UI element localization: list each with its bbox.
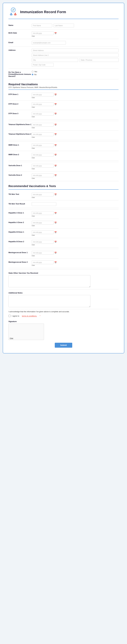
tb-skin-test-input[interactable]: [32, 193, 54, 196]
hep-b-dose1-input[interactable]: [32, 230, 54, 234]
mening-dose2-hint: Date: [32, 264, 119, 266]
mening-dose2-label: Meningococcal Dose 2: [8, 260, 32, 263]
hep-b-dose1-row: Hepatitis B Dose 1 📅 Date: [8, 228, 119, 238]
tetanus-dose1-content: 📅 Date: [32, 123, 119, 128]
calendar-icon[interactable]: 📅: [54, 32, 57, 34]
hep-a-dose1-input[interactable]: [32, 211, 54, 215]
varicella-dose2-calendar-icon[interactable]: 📅: [54, 174, 57, 176]
hep-b-dose2-hint: Date: [32, 244, 119, 246]
mmr-dose2-calendar-icon[interactable]: 📅: [54, 154, 57, 156]
dtp-dose2-input[interactable]: [32, 102, 54, 106]
hep-a-dose2-calendar-icon[interactable]: 📅: [54, 222, 57, 224]
dtp-dose1-calendar-icon[interactable]: 📅: [54, 94, 57, 96]
separator-3: [8, 160, 119, 162]
mening-dose2-content: 📅 Date: [32, 260, 119, 266]
tetanus-dose2-calendar-icon[interactable]: 📅: [54, 133, 57, 136]
terms-row: I agree to terms & conditions. *: [8, 314, 119, 318]
zip-input[interactable]: [32, 63, 54, 67]
separator-1: [8, 120, 119, 121]
name-label: Name: [8, 24, 32, 26]
varicella-dose2-input[interactable]: [32, 174, 54, 177]
signature-section: Signature Clear: [8, 320, 119, 340]
mening-dose1-input[interactable]: [32, 251, 54, 254]
mmr-dose1-row: MMR Dose 1 📅 Date: [8, 142, 119, 151]
address-field-row: Address: [8, 47, 119, 69]
required-vaccinations-title: Required Vaccinations: [8, 83, 119, 86]
required-vaccinations-subtitle: DTP: Diphtheria Tetanus Pertussis, MMR: …: [8, 86, 119, 88]
other-vaccines-row: State Other Vaccines You Received: [8, 270, 119, 289]
tb-skin-test-calendar-icon[interactable]: 📅: [54, 194, 57, 196]
dtp-dose1-row: DTP Dose 1 📅 Date: [8, 91, 119, 100]
mmr-dose1-calendar-icon[interactable]: 📅: [54, 144, 57, 146]
terms-required: *: [40, 315, 40, 317]
dtp-dose2-hint: Date: [32, 106, 119, 108]
email-label: Email: [8, 41, 32, 44]
immune-record-yes-option[interactable]: Yes: [32, 70, 119, 73]
email-input[interactable]: [32, 41, 66, 44]
hep-b-dose2-row: Hepatitis B Dose 2 📅 Date: [8, 238, 119, 248]
mening-dose1-content: 📅 Date: [32, 251, 119, 256]
dtp-dose1-input[interactable]: [32, 93, 54, 96]
first-name-input[interactable]: [32, 24, 52, 27]
hep-a-dose1-calendar-icon[interactable]: 📅: [54, 212, 57, 214]
tetanus-dose1-calendar-icon[interactable]: 📅: [54, 124, 57, 126]
dtp-dose3-label: DTP Dose 3: [8, 112, 32, 114]
terms-text: I agree to: [12, 315, 19, 317]
street2-input[interactable]: [32, 53, 119, 57]
acknowledge-text: I acknowledge that the information I've …: [8, 309, 119, 314]
hep-a-dose2-row: Hepatitis A Dose 2 📅 Date: [8, 219, 119, 228]
tb-skin-test-result-input[interactable]: [32, 202, 56, 206]
dtp-dose3-content: 📅 Date: [32, 112, 119, 118]
dtp-dose2-calendar-icon[interactable]: 📅: [54, 103, 57, 105]
last-name-input[interactable]: [54, 24, 74, 27]
immune-record-no-radio[interactable]: [32, 74, 33, 76]
address-content: [32, 48, 119, 67]
tb-skin-test-hint: Date: [32, 196, 119, 198]
hep-b-dose2-calendar-icon[interactable]: 📅: [54, 241, 57, 243]
additional-notes-label: Additional Notes: [8, 291, 119, 294]
varicella-dose1-calendar-icon[interactable]: 📅: [54, 165, 57, 167]
mmr-dose1-input[interactable]: [32, 144, 54, 147]
varicella-dose1-hint: Date: [32, 168, 119, 170]
mmr-dose2-input[interactable]: [32, 153, 54, 157]
mmr-dose2-label: MMR Dose 2: [8, 153, 32, 156]
birth-date-input[interactable]: [32, 31, 54, 35]
dtp-dose1-label: DTP Dose 1: [8, 93, 32, 95]
submit-button[interactable]: Submit: [55, 343, 72, 348]
signature-canvas-area[interactable]: Clear: [8, 324, 44, 340]
mening-dose2-calendar-icon[interactable]: 📅: [54, 261, 57, 264]
hep-a-dose1-hint: Date: [32, 215, 119, 217]
terms-checkbox[interactable]: [8, 315, 11, 317]
street1-input[interactable]: [32, 48, 119, 52]
mening-dose1-calendar-icon[interactable]: 📅: [54, 252, 57, 254]
mening-dose2-input[interactable]: [32, 260, 54, 264]
varicella-dose1-input[interactable]: [32, 164, 54, 168]
mening-dose1-row: Meningococcal Dose 1 📅 Date: [8, 249, 119, 258]
hep-b-dose1-calendar-icon[interactable]: 📅: [54, 231, 57, 234]
birth-date-field-row: Birth Date 📅 Date: [8, 30, 119, 39]
dtp-dose3-input[interactable]: [32, 112, 54, 116]
tetanus-dose2-input[interactable]: [32, 132, 54, 136]
tetanus-dose1-input[interactable]: [32, 123, 54, 126]
hep-a-dose2-input[interactable]: [32, 221, 54, 224]
immune-record-yes-radio[interactable]: [32, 71, 33, 72]
other-vaccines-textarea[interactable]: [8, 275, 90, 287]
immune-record-no-option[interactable]: No: [32, 74, 119, 76]
hep-a-dose1-label: Hepatitis A Dose 1: [8, 211, 32, 214]
other-vaccines-label: State Other Vaccines You Received: [8, 272, 119, 274]
birth-date-label: Birth Date: [8, 31, 32, 34]
dtp-dose3-calendar-icon[interactable]: 📅: [54, 113, 57, 115]
tetanus-dose2-row: Tetanus/ Diphtheria Dose 2 📅 Date: [8, 130, 119, 140]
hep-a-dose1-row: Hepatitis A Dose 1 📅 Date: [8, 209, 119, 219]
terms-link[interactable]: terms & conditions.: [22, 315, 37, 317]
state-input[interactable]: [80, 58, 119, 62]
separator-2: [8, 140, 119, 142]
additional-notes-row: Additional Notes: [8, 289, 119, 309]
clear-button[interactable]: Clear: [10, 338, 13, 339]
birth-date-content: 📅 Date: [32, 31, 119, 37]
city-input[interactable]: [32, 58, 78, 62]
additional-notes-textarea[interactable]: [8, 295, 90, 307]
varicella-dose2-content: 📅 Date: [32, 174, 119, 179]
tb-skin-test-result-content: [32, 202, 119, 206]
hep-b-dose2-input[interactable]: [32, 240, 54, 244]
